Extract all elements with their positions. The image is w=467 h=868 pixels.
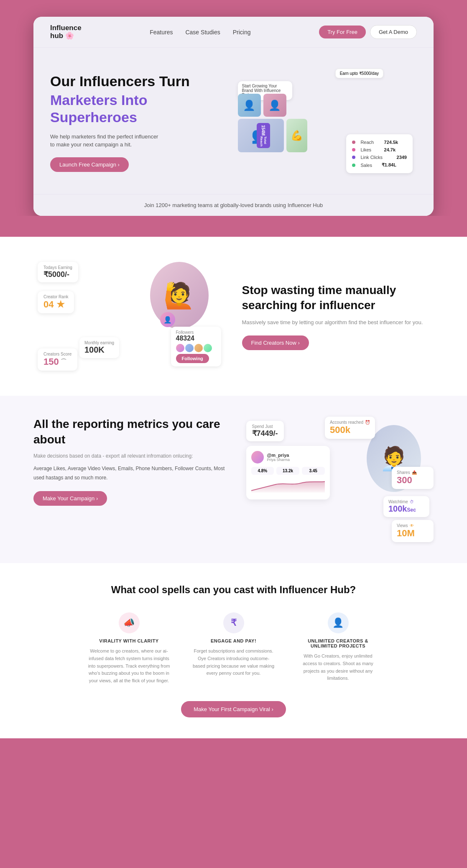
watchtime-label: Watchtime ⏱ bbox=[388, 499, 424, 504]
today-earning-card: Todays Earning ₹5000/- bbox=[38, 262, 78, 282]
analytics-avatar bbox=[251, 451, 264, 463]
watchtime-card: Watchtime ⏱ 100kSec bbox=[383, 496, 429, 517]
hero-right: Earn upto ₹5000/day Start Growing Your B… bbox=[234, 64, 417, 182]
spend-card: Spend Just ₹7449/- bbox=[246, 421, 284, 441]
today-earning-label: Todays Earning bbox=[43, 265, 72, 270]
tiny-avatar-2 bbox=[185, 344, 194, 352]
tiny-avatar-4 bbox=[204, 344, 212, 352]
creator-woman-photo: 🙋 bbox=[150, 262, 209, 329]
logo: Influence hub 🌸 bbox=[50, 24, 82, 40]
analytics-detail-card: @m_priya Priya Sharma 4.8% 13.2k 3.45 bbox=[246, 446, 330, 499]
metrics-list: Average Likes, Average Video Views, Emai… bbox=[33, 464, 225, 482]
hero-left: Our Influencers Turn Marketers Into Supe… bbox=[50, 64, 234, 172]
analytics-profile: @m_priya Priya Sharma bbox=[251, 451, 325, 463]
likes-dot-icon bbox=[352, 148, 355, 151]
followers-val: 48324 bbox=[176, 335, 216, 342]
reach-label: Reach bbox=[360, 140, 374, 145]
launch-campaign-button[interactable]: Launch Free Campaign › bbox=[50, 157, 129, 172]
logo-line1: Influence bbox=[50, 24, 82, 32]
creator-section-title: Stop wasting time manually searching for… bbox=[242, 283, 434, 313]
metrics-text-area: All the reporting metrics you care about… bbox=[33, 417, 225, 505]
sales-dot-icon bbox=[352, 164, 355, 167]
join-banner: Join 1200+ marketing teams at globally-l… bbox=[33, 194, 434, 216]
creators-score-val: 150 ⌒ bbox=[43, 356, 71, 367]
creator-section-subtitle: Massively save time by letting our algor… bbox=[242, 318, 434, 327]
unlimited-icon: 👤 bbox=[328, 612, 349, 633]
spell-unlimited: 👤 UNLIMITED CREATORS & UNLIMITED PROJECT… bbox=[296, 612, 380, 684]
accounts-reached-card: Accounts reached ⏰ 500k bbox=[325, 417, 375, 439]
watchtime-val: 100kSec bbox=[388, 504, 424, 514]
link-clicks-val: 2349 bbox=[386, 155, 407, 160]
sales-label: Sales bbox=[360, 163, 372, 168]
nav-buttons: Try For Free Get A Demo bbox=[319, 25, 417, 39]
creator-rank-card: Creator Rank 04 ★ bbox=[38, 291, 74, 313]
total-reach-badge: 154M Total Reach bbox=[257, 123, 270, 148]
creator-rank-label: Creator Rank bbox=[43, 294, 68, 299]
logo-line2: hub 🌸 bbox=[50, 32, 82, 40]
join-banner-text: Join 1200+ marketing teams at globally-l… bbox=[144, 202, 323, 208]
stats-card: Reach 724.5k Likes 24.7k Link Clicks 234… bbox=[346, 134, 413, 173]
monthly-earning-val: 100K bbox=[84, 345, 114, 355]
unlimited-label: UNLIMITED CREATORS & UNLIMITED PROJECTS bbox=[296, 638, 380, 648]
make-campaign-button[interactable]: Make Your Campaign › bbox=[33, 491, 107, 506]
hero-section: Our Influencers Turn Marketers Into Supe… bbox=[33, 48, 434, 194]
reach-dot-icon bbox=[352, 141, 355, 144]
tiny-avatar-1 bbox=[176, 344, 184, 352]
stat-row-sales: Sales ₹1.84L bbox=[352, 161, 407, 169]
total-reach-label: Total Reach bbox=[260, 136, 267, 146]
metrics-title: All the reporting metrics you care about bbox=[33, 417, 225, 447]
creator-card-area: Todays Earning ₹5000/- Creator Rank 04 ★… bbox=[33, 258, 225, 375]
accounts-val: 500k bbox=[330, 425, 370, 435]
analytics-profile-sub: Priya Sharma bbox=[267, 458, 290, 462]
followers-label: Followers bbox=[176, 330, 216, 335]
analytics-stat-3: 3.45 bbox=[302, 467, 325, 475]
monthly-earning-card: Monthly earning 100K bbox=[79, 337, 119, 358]
views-label: Views 👁 bbox=[397, 523, 429, 528]
get-demo-button[interactable]: Get A Demo bbox=[370, 25, 417, 39]
virality-icon: 📣 bbox=[119, 612, 140, 633]
try-for-free-button[interactable]: Try For Free bbox=[319, 26, 366, 38]
creators-score-label: Creators Score bbox=[43, 352, 71, 356]
nav-features[interactable]: Features bbox=[150, 29, 173, 36]
hero-subtitle: We help marketers find the perfect influ… bbox=[50, 133, 159, 149]
mini-chart-svg bbox=[251, 478, 325, 493]
creator-rank-val: 04 ★ bbox=[43, 299, 68, 310]
tiny-avatar-3 bbox=[194, 344, 203, 352]
reach-val: 724.5k bbox=[377, 140, 398, 145]
likes-label: Likes bbox=[360, 147, 371, 152]
influencer-photo-4: 💪 bbox=[286, 119, 307, 152]
analytics-stat-1: 4.8% bbox=[251, 467, 274, 475]
engage-label: ENGAGE AND PAY! bbox=[192, 638, 276, 643]
total-reach-val: 154M bbox=[261, 125, 265, 136]
navbar: Influence hub 🌸 Features Case Studies Pr… bbox=[33, 17, 434, 48]
nav-case-studies[interactable]: Case Studies bbox=[185, 29, 220, 36]
accounts-label: Accounts reached ⏰ bbox=[330, 420, 370, 425]
stat-row-reach: Reach 724.5k bbox=[352, 138, 407, 146]
creator-text-area: Stop wasting time manually searching for… bbox=[242, 283, 434, 350]
influencer-photo-1: 👤 bbox=[238, 94, 261, 117]
spells-title: What cool spells can you cast with Influ… bbox=[33, 584, 434, 596]
engage-desc: Forget subscriptions and commissions. Oy… bbox=[192, 648, 276, 677]
shares-val: 300 bbox=[397, 475, 429, 486]
shares-card: Shares 📤 300 bbox=[392, 467, 434, 489]
stat-row-link-clicks: Link Clicks 2349 bbox=[352, 154, 407, 161]
analytics-profile-name: @m_priya bbox=[267, 453, 290, 458]
influencer-photo-2: 👤 bbox=[263, 94, 286, 117]
analytics-stats-row: 4.8% 13.2k 3.45 bbox=[251, 467, 325, 475]
spend-label: Spend Just bbox=[252, 424, 278, 429]
creator-small-avatar: 👤 bbox=[160, 312, 175, 327]
link-clicks-label: Link Clicks bbox=[360, 155, 383, 160]
unlimited-desc: With Go Creators, enjoy unlimited access… bbox=[296, 653, 380, 682]
following-button[interactable]: Following bbox=[176, 354, 209, 363]
metrics-right-area: Spend Just ₹7449/- @m_priya Priya Sharma… bbox=[242, 417, 434, 542]
analytics-stat-2: 13.2k bbox=[276, 467, 299, 475]
make-first-campaign-button[interactable]: Make Your First Campaign Viral › bbox=[181, 701, 286, 717]
spells-grid: 📣 VIRALITY WITH CLARITY Welcome to go cr… bbox=[33, 612, 434, 684]
creator-section: Todays Earning ₹5000/- Creator Rank 04 ★… bbox=[0, 237, 467, 396]
shares-label: Shares 📤 bbox=[397, 470, 429, 475]
find-creators-button[interactable]: Find Creators Now › bbox=[242, 335, 309, 350]
nav-pricing[interactable]: Pricing bbox=[233, 29, 251, 36]
likes-val: 24.7k bbox=[375, 147, 396, 152]
followers-card: Followers 48324 Following bbox=[171, 327, 221, 366]
spell-virality: 📣 VIRALITY WITH CLARITY Welcome to go cr… bbox=[87, 612, 171, 684]
